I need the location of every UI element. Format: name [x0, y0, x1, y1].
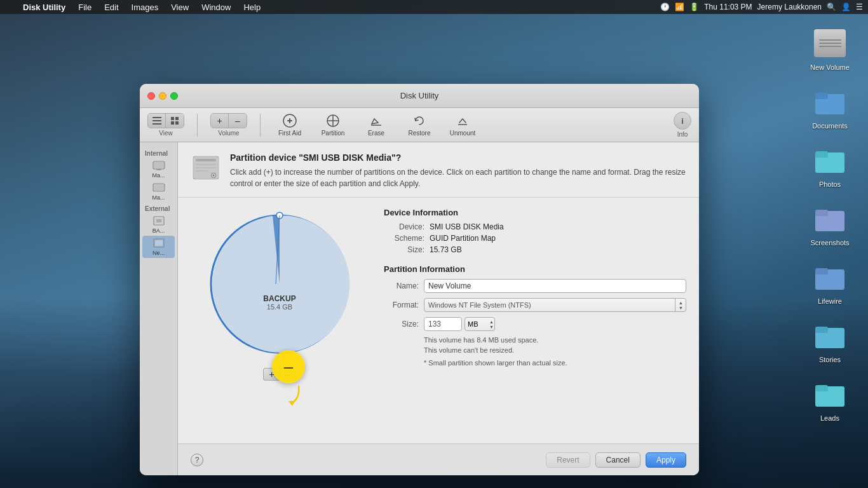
desktop-icon-leads[interactable]: Leads — [804, 376, 855, 422]
svg-point-43 — [213, 175, 215, 177]
device-information-section: Device Information Device: SMI USB DISK … — [384, 208, 686, 254]
dialog-footer: ? Revert Cancel Apply — [178, 444, 699, 475]
wifi-icon: 📶 — [675, 3, 684, 11]
name-input[interactable] — [424, 279, 686, 293]
svg-marker-47 — [288, 401, 295, 406]
desktop-icon-screenshots[interactable]: Screenshots — [804, 201, 855, 247]
sidebar-label-mac-2: Ma... — [152, 194, 165, 201]
format-select-container: Windows NT File System (NTFS) ▲ ▼ — [424, 298, 686, 312]
view-label: View — [159, 130, 173, 137]
desktop-icon-stories[interactable]: Stories — [804, 318, 855, 363]
size-input[interactable] — [424, 317, 462, 331]
toolbar: View + – Volume Firs — [140, 108, 699, 142]
format-form-label: Format: — [384, 301, 419, 309]
desktop-icon-documents[interactable]: Documents — [804, 84, 855, 130]
external-section-label: External — [142, 203, 175, 214]
name-form-label: Name: — [384, 281, 419, 290]
size-form-label: Size: — [384, 320, 419, 329]
add-volume-button[interactable]: + — [211, 114, 229, 128]
help-menu[interactable]: Help — [241, 3, 263, 12]
format-select[interactable]: Windows NT File System (NTFS) — [424, 298, 686, 312]
sidebar-item-backup[interactable]: BA... — [142, 214, 175, 236]
unmount-icon — [454, 114, 471, 128]
time-machine-icon: 🕐 — [660, 3, 670, 11]
window-title: Disk Utility — [400, 91, 439, 100]
svg-rect-33 — [156, 219, 161, 222]
desktop-icon-label: Lifewire — [818, 297, 842, 305]
info-button[interactable]: i — [674, 112, 691, 130]
sidebar-label-mac-1: Ma... — [152, 172, 165, 179]
partition-pie-chart — [203, 208, 356, 360]
size-value: 15.73 GB — [430, 245, 462, 254]
sidebar-item-mac-1[interactable]: Ma... — [142, 158, 175, 180]
apply-button[interactable]: Apply — [646, 452, 686, 468]
size-key: Size: — [384, 245, 424, 254]
volume-label: Volume — [218, 130, 239, 137]
help-button[interactable]: ? — [191, 454, 203, 466]
title-bar: Disk Utility — [140, 84, 699, 108]
menu-bar: Disk Utility File Edit Images View Windo… — [0, 0, 868, 14]
minus-button-highlight: – — [272, 350, 305, 383]
svg-rect-18 — [175, 121, 179, 125]
desktop-icon-photos[interactable]: Photos — [804, 142, 855, 188]
dialog-title: Partition device "SMI USB DISK Media"? — [230, 152, 686, 163]
first-aid-tool[interactable]: First Aid — [273, 114, 306, 137]
view-menu[interactable]: View — [168, 3, 191, 12]
svg-rect-35 — [155, 240, 163, 246]
svg-rect-14 — [153, 123, 161, 125]
cancel-button[interactable]: Cancel — [595, 452, 641, 468]
sidebar-item-new-volume[interactable]: Ne... — [142, 236, 175, 258]
edit-menu[interactable]: Edit — [102, 3, 121, 12]
view-list-button[interactable] — [148, 114, 166, 128]
view-grid-button[interactable] — [166, 114, 184, 128]
notification-list-icon[interactable]: ☰ — [856, 3, 863, 11]
partition-information-section: Partition Information Name: Format: — [384, 264, 686, 367]
remove-volume-button[interactable]: – — [229, 114, 247, 128]
svg-rect-39 — [196, 164, 216, 165]
app-name[interactable]: Disk Utility — [20, 3, 68, 12]
erase-icon — [367, 114, 385, 128]
svg-rect-1 — [815, 93, 828, 99]
sidebar-usb-icon-1 — [152, 215, 166, 227]
sidebar-mac-icon-1 — [152, 160, 166, 172]
erase-tool[interactable]: Erase — [360, 114, 393, 137]
minus-symbol: – — [284, 358, 293, 375]
size-form-row: Size: MB ▲ — [384, 317, 686, 331]
maximize-button[interactable] — [170, 92, 178, 100]
main-area: Internal Ma... — [140, 142, 699, 475]
svg-rect-38 — [196, 159, 216, 161]
minimize-button[interactable] — [159, 92, 166, 100]
partition-label-backup: BACKUP 15.4 GB — [263, 294, 295, 311]
close-button[interactable] — [147, 92, 155, 100]
desktop-icon-lifewire[interactable]: Lifewire — [804, 259, 855, 305]
device-key: Device: — [384, 222, 424, 231]
sidebar-mac-icon-2 — [152, 182, 166, 194]
info-group: i Info — [674, 112, 691, 138]
unmount-tool[interactable]: Unmount — [446, 114, 479, 137]
scheme-value: GUID Partition Map — [430, 234, 496, 243]
view-toggle-group: View — [147, 113, 184, 137]
name-form-row: Name: — [384, 279, 686, 293]
volume-group: + – Volume — [210, 113, 247, 137]
svg-rect-16 — [175, 117, 179, 120]
svg-rect-41 — [196, 170, 208, 172]
partition-tool[interactable]: Partition — [316, 114, 349, 137]
images-menu[interactable]: Images — [129, 3, 161, 12]
dialog-area: Partition device "SMI USB DISK Media"? C… — [178, 142, 699, 475]
revert-button[interactable]: Revert — [546, 452, 590, 468]
window-menu[interactable]: Window — [199, 3, 233, 12]
device-info-title: Device Information — [384, 208, 686, 217]
battery-icon: 🔋 — [689, 3, 699, 11]
backup-name: BACKUP — [263, 294, 295, 303]
desktop-icon-new-volume[interactable]: New Volume — [804, 25, 855, 71]
file-menu[interactable]: File — [76, 3, 94, 12]
restore-tool[interactable]: Restore — [403, 114, 436, 137]
size-unit-container: MB ▲ ▼ — [465, 317, 495, 331]
partition-form: Name: Format: Windows NT File System (NT… — [384, 279, 686, 367]
user-account-icon[interactable]: 👤 — [841, 3, 851, 11]
search-icon[interactable]: 🔍 — [827, 3, 836, 11]
sidebar-item-mac-2[interactable]: Ma... — [142, 180, 175, 203]
size-unit-select[interactable]: MB — [465, 317, 495, 331]
first-aid-icon — [281, 114, 299, 128]
datetime: Thu 11:03 PM — [704, 3, 752, 11]
